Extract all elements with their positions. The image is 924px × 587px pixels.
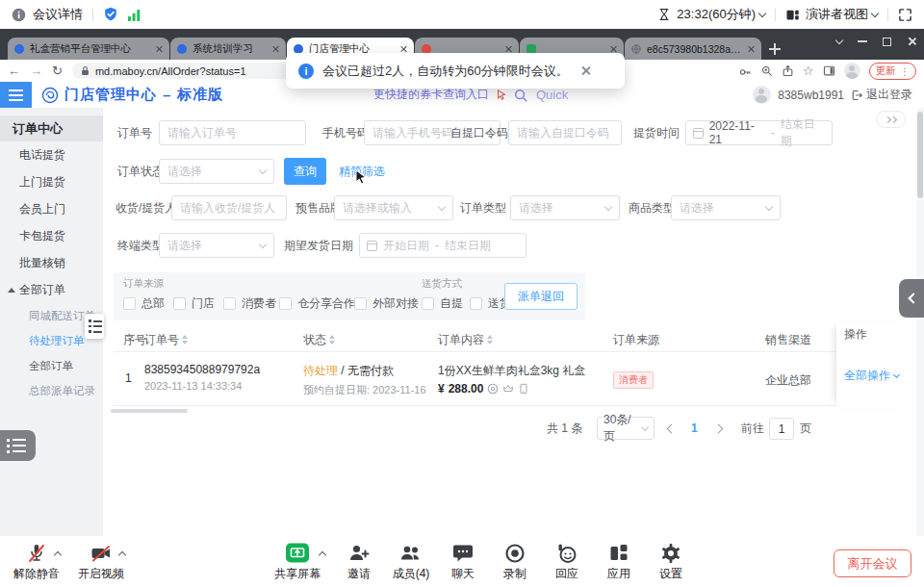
- unmute-button[interactable]: 解除静音: [7, 542, 66, 582]
- dispatch-return-button[interactable]: 派单退回: [504, 283, 578, 310]
- logout-button[interactable]: 退出登录: [851, 87, 912, 103]
- zoom-icon[interactable]: [760, 64, 773, 77]
- browser-menu-icon[interactable]: ⋮: [900, 65, 911, 77]
- search-button[interactable]: 查询: [284, 158, 326, 185]
- sidebar-drawer-handle[interactable]: [85, 314, 104, 339]
- checkbox-icon[interactable]: [123, 297, 136, 310]
- window-close-icon[interactable]: [907, 37, 916, 46]
- content-scrollbar[interactable]: [916, 108, 924, 536]
- receiver-input[interactable]: [171, 195, 287, 220]
- pickup-end-date-placeholder[interactable]: 结束日期: [781, 116, 825, 149]
- order-status-select[interactable]: 请选择: [159, 159, 274, 184]
- order-no[interactable]: 83859345088979792a: [144, 363, 260, 376]
- sidebar-item-door-pickup[interactable]: 上门提货: [0, 168, 103, 195]
- floating-order-list-button[interactable]: [0, 430, 36, 461]
- prev-page-icon[interactable]: [667, 424, 677, 434]
- timer-dropdown-icon[interactable]: [758, 9, 766, 16]
- checkbox-icon[interactable]: [223, 297, 236, 310]
- sidebar-item-card-pickup[interactable]: 卡包提货: [0, 222, 103, 249]
- browser-tab-6[interactable]: e8c573980b1328a258fd2e6: [625, 38, 761, 60]
- sort-icon[interactable]: [487, 335, 493, 345]
- view-mode-dropdown-icon[interactable]: [871, 9, 879, 16]
- tab-close-icon[interactable]: [271, 45, 279, 53]
- table-row[interactable]: 1 83859345088979792a 2023-11-13 14:33:34…: [114, 352, 911, 406]
- reactions-button[interactable]: 回应: [537, 542, 597, 582]
- forward-icon[interactable]: →: [30, 64, 42, 78]
- sidebar-item-phone-pickup[interactable]: 电话提货: [0, 141, 103, 168]
- side-panel-icon[interactable]: [823, 64, 835, 77]
- toast-close-icon[interactable]: [580, 65, 588, 76]
- order-no-input[interactable]: [159, 120, 306, 145]
- record-button[interactable]: 录制: [485, 542, 545, 582]
- th-content[interactable]: 订单内容: [438, 327, 493, 352]
- checkbox-icon[interactable]: [279, 297, 292, 310]
- members-button[interactable]: 成员(4): [381, 542, 441, 582]
- mic-options-chevron[interactable]: [54, 551, 62, 559]
- checkbox-store[interactable]: 门店: [173, 295, 215, 312]
- browser-tab-2[interactable]: 系统培训学习: [170, 38, 286, 60]
- checkbox-hq[interactable]: 总部: [123, 295, 165, 312]
- meeting-details-label[interactable]: 会议详情: [33, 6, 83, 23]
- checkbox-warehouse-share[interactable]: 仓分享合作: [279, 295, 355, 312]
- quick-label[interactable]: Quick: [536, 88, 568, 102]
- checkbox-icon[interactable]: [354, 297, 367, 310]
- security-shield-icon[interactable]: [103, 7, 118, 22]
- tab-close-icon[interactable]: [609, 45, 617, 53]
- sidebar-item-member-visit[interactable]: 会员上门: [0, 195, 103, 222]
- scrollbar-thumb[interactable]: [917, 112, 923, 198]
- hamburger-menu-button[interactable]: [0, 82, 32, 108]
- coupon-query-link[interactable]: 更快捷的券卡查询入口: [373, 87, 489, 103]
- th-status[interactable]: 状态: [303, 327, 335, 352]
- goods-type-select[interactable]: 请选择: [671, 195, 781, 220]
- share-screen-button[interactable]: 共享屏幕: [268, 542, 327, 582]
- quick-search-icon[interactable]: [514, 89, 527, 102]
- window-maximize-icon[interactable]: [883, 38, 891, 46]
- terminal-type-select[interactable]: 请选择: [159, 233, 274, 258]
- checkbox-self-pickup[interactable]: 自提: [422, 295, 463, 312]
- goto-page-input[interactable]: [769, 418, 794, 440]
- window-minimize-icon[interactable]: [858, 40, 867, 42]
- expect-ship-date-picker[interactable]: 开始日期 - 结束日期: [359, 233, 526, 258]
- video-options-chevron[interactable]: [118, 551, 126, 559]
- reload-icon[interactable]: ↻: [52, 64, 63, 78]
- sort-icon[interactable]: [182, 335, 188, 345]
- pickup-code-input[interactable]: [508, 120, 622, 145]
- sidebar-sub-all-orders[interactable]: 全部订单: [0, 353, 103, 378]
- checkbox-icon[interactable]: [470, 297, 482, 310]
- tab-close-icon[interactable]: [155, 45, 163, 53]
- end-date-placeholder[interactable]: 结束日期: [445, 238, 491, 254]
- share-options-chevron[interactable]: [319, 551, 326, 559]
- next-page-icon[interactable]: [714, 424, 724, 434]
- sidebar-group-all-orders[interactable]: 全部订单: [0, 276, 103, 303]
- chat-button[interactable]: 聊天: [433, 542, 493, 582]
- tab-close-icon[interactable]: [504, 45, 512, 53]
- checkbox-icon[interactable]: [173, 297, 186, 310]
- tab-close-icon[interactable]: [399, 45, 407, 53]
- meeting-panel-handle[interactable]: [899, 279, 924, 318]
- apps-button[interactable]: 应用: [589, 542, 649, 582]
- meeting-info-icon[interactable]: [12, 8, 26, 22]
- fullscreen-icon[interactable]: [898, 8, 912, 22]
- share-icon[interactable]: [782, 64, 794, 77]
- table-horizontal-scrollbar[interactable]: [111, 409, 188, 413]
- filter-expand-button[interactable]: [876, 111, 906, 128]
- user-avatar[interactable]: [753, 86, 771, 104]
- network-signal-icon[interactable]: [127, 8, 141, 22]
- tab-close-icon[interactable]: [747, 45, 755, 53]
- browser-profile-avatar[interactable]: [844, 63, 860, 79]
- browser-update-button[interactable]: 更新 ⋮: [869, 63, 917, 80]
- tab-search-icon[interactable]: [835, 36, 843, 43]
- pickup-start-date[interactable]: 2022-11-21: [709, 119, 765, 146]
- sidebar-sub-hq-dispatch-records[interactable]: 总部派单记录: [0, 378, 103, 403]
- sort-icon[interactable]: [329, 335, 335, 345]
- new-tab-icon[interactable]: [768, 42, 782, 56]
- browser-tab-1[interactable]: 礼盒营销平台管理中心: [8, 38, 169, 60]
- start-video-button[interactable]: 开启视频: [71, 542, 131, 582]
- start-date-placeholder[interactable]: 开始日期: [383, 238, 429, 254]
- leave-meeting-button[interactable]: 离开会议: [834, 549, 911, 577]
- back-icon[interactable]: ←: [8, 64, 20, 78]
- pickup-time-range-picker[interactable]: 2022-11-21 - 结束日期: [685, 120, 833, 145]
- order-type-select[interactable]: 请选择: [510, 195, 620, 220]
- settings-button[interactable]: 设置: [641, 542, 701, 582]
- checkbox-icon[interactable]: [422, 297, 434, 310]
